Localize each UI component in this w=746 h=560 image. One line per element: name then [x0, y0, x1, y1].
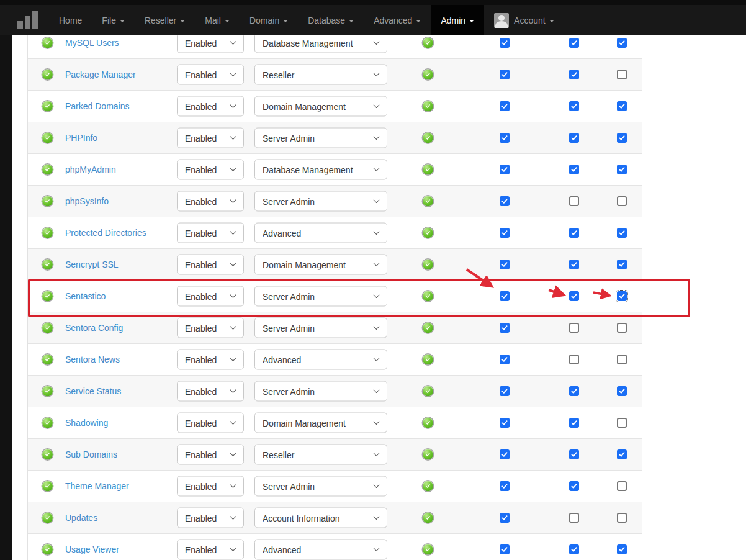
module-link[interactable]: Theme Manager: [65, 481, 129, 491]
module-status-select[interactable]: Enabled: [177, 445, 244, 465]
module-category-select[interactable]: Server Admin: [254, 318, 387, 338]
permission-checkbox-3[interactable]: [617, 323, 627, 333]
module-status-select[interactable]: Enabled: [177, 508, 244, 528]
module-link[interactable]: phpSysInfo: [65, 196, 109, 206]
module-category-select[interactable]: Server Admin: [254, 381, 387, 402]
permission-checkbox-1[interactable]: [500, 544, 510, 554]
permission-checkbox-3[interactable]: [617, 513, 627, 523]
permission-checkbox-3[interactable]: [617, 165, 627, 174]
module-status-select[interactable]: Enabled: [177, 476, 244, 497]
permission-checkbox-3[interactable]: [617, 101, 627, 111]
module-status-select[interactable]: Enabled: [177, 255, 244, 275]
permission-checkbox-3[interactable]: [617, 260, 627, 269]
module-status-select[interactable]: Enabled: [177, 191, 244, 212]
module-category-select[interactable]: Domain Management: [254, 96, 387, 117]
permission-checkbox-2[interactable]: [569, 418, 579, 428]
permission-checkbox-1[interactable]: [500, 481, 510, 491]
module-link[interactable]: Usage Viewer: [65, 544, 119, 554]
module-status-select[interactable]: Enabled: [177, 35, 244, 53]
app-logo-icon[interactable]: [17, 5, 38, 29]
permission-checkbox-1[interactable]: [500, 418, 510, 428]
module-status-select[interactable]: Enabled: [177, 318, 244, 338]
module-link[interactable]: Sencrypt SSL: [65, 260, 119, 269]
permission-checkbox-3[interactable]: [617, 291, 627, 301]
permission-checkbox-1[interactable]: [500, 513, 510, 523]
module-status-select[interactable]: Enabled: [177, 160, 244, 180]
nav-item-account[interactable]: Account: [484, 5, 564, 35]
nav-item-domain[interactable]: Domain: [240, 5, 298, 35]
module-link[interactable]: Package Manager: [65, 70, 136, 79]
permission-checkbox-1[interactable]: [500, 323, 510, 333]
module-link[interactable]: Protected Directories: [65, 228, 146, 238]
permission-checkbox-2[interactable]: [569, 70, 579, 79]
permission-checkbox-1[interactable]: [500, 38, 510, 48]
permission-checkbox-1[interactable]: [500, 70, 510, 79]
permission-checkbox-1[interactable]: [500, 101, 510, 111]
module-category-select[interactable]: Domain Management: [254, 255, 387, 275]
module-status-select[interactable]: Enabled: [177, 350, 244, 370]
permission-checkbox-2[interactable]: [569, 449, 579, 459]
nav-item-home[interactable]: Home: [49, 5, 92, 35]
module-status-select[interactable]: Enabled: [177, 65, 244, 85]
module-link[interactable]: Updates: [65, 513, 97, 523]
permission-checkbox-2[interactable]: [569, 133, 579, 143]
module-link[interactable]: PHPInfo: [65, 133, 97, 143]
permission-checkbox-3[interactable]: [617, 38, 627, 48]
nav-item-admin[interactable]: Admin: [431, 5, 484, 35]
module-category-select[interactable]: Advanced: [254, 350, 387, 370]
permission-checkbox-1[interactable]: [500, 449, 510, 459]
nav-item-advanced[interactable]: Advanced: [364, 5, 431, 35]
permission-checkbox-3[interactable]: [617, 386, 627, 396]
module-category-select[interactable]: Domain Management: [254, 413, 387, 433]
permission-checkbox-3[interactable]: [617, 544, 627, 554]
module-status-select[interactable]: Enabled: [177, 128, 244, 148]
permission-checkbox-2[interactable]: [569, 544, 579, 554]
module-status-select[interactable]: Enabled: [177, 540, 244, 560]
permission-checkbox-2[interactable]: [569, 165, 579, 174]
module-status-select[interactable]: Enabled: [177, 413, 244, 433]
module-status-select[interactable]: Enabled: [177, 223, 244, 243]
permission-checkbox-2[interactable]: [569, 355, 579, 364]
permission-checkbox-3[interactable]: [617, 481, 627, 491]
module-link[interactable]: Service Status: [65, 386, 121, 396]
permission-checkbox-2[interactable]: [569, 291, 579, 301]
permission-checkbox-2[interactable]: [569, 323, 579, 333]
permission-checkbox-3[interactable]: [617, 196, 627, 206]
permission-checkbox-3[interactable]: [617, 133, 627, 143]
module-category-select[interactable]: Account Information: [254, 508, 387, 528]
module-link[interactable]: Sentora News: [65, 355, 120, 364]
permission-checkbox-2[interactable]: [569, 101, 579, 111]
permission-checkbox-2[interactable]: [569, 513, 579, 523]
permission-checkbox-2[interactable]: [569, 38, 579, 48]
module-category-select[interactable]: Database Management: [254, 35, 387, 53]
module-status-select[interactable]: Enabled: [177, 286, 244, 307]
permission-checkbox-1[interactable]: [500, 355, 510, 364]
nav-item-file[interactable]: File: [92, 5, 135, 35]
module-category-select[interactable]: Advanced: [254, 223, 387, 243]
module-link[interactable]: Sentora Config: [65, 323, 123, 333]
permission-checkbox-1[interactable]: [500, 260, 510, 269]
module-category-select[interactable]: Reseller: [254, 445, 387, 465]
permission-checkbox-2[interactable]: [569, 260, 579, 269]
module-category-select[interactable]: Reseller: [254, 65, 387, 85]
permission-checkbox-2[interactable]: [569, 386, 579, 396]
nav-item-database[interactable]: Database: [298, 5, 364, 35]
module-link[interactable]: Sentastico: [65, 291, 106, 301]
nav-item-mail[interactable]: Mail: [195, 5, 240, 35]
permission-checkbox-1[interactable]: [500, 291, 510, 301]
permission-checkbox-1[interactable]: [500, 133, 510, 143]
permission-checkbox-2[interactable]: [569, 481, 579, 491]
module-link[interactable]: Sub Domains: [65, 449, 117, 459]
permission-checkbox-3[interactable]: [617, 418, 627, 428]
module-category-select[interactable]: Advanced: [254, 540, 387, 560]
permission-checkbox-3[interactable]: [617, 355, 627, 364]
permission-checkbox-1[interactable]: [500, 386, 510, 396]
permission-checkbox-1[interactable]: [500, 165, 510, 174]
permission-checkbox-2[interactable]: [569, 228, 579, 238]
module-category-select[interactable]: Database Management: [254, 160, 387, 180]
module-link[interactable]: MySQL Users: [65, 38, 119, 48]
module-category-select[interactable]: Server Admin: [254, 128, 387, 148]
module-link[interactable]: Parked Domains: [65, 101, 130, 111]
permission-checkbox-3[interactable]: [617, 449, 627, 459]
module-status-select[interactable]: Enabled: [177, 96, 244, 117]
